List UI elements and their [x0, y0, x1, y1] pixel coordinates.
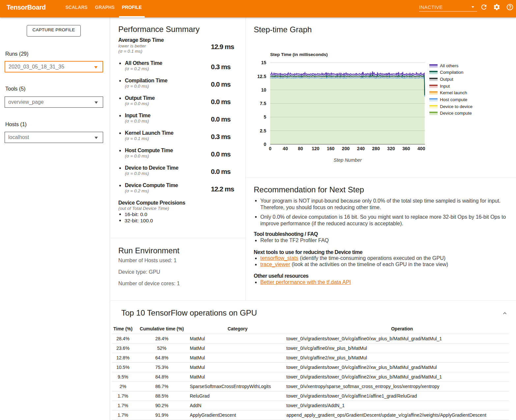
svg-text:15: 15	[261, 60, 266, 65]
svg-text:120: 120	[312, 146, 320, 151]
svg-text:7.5: 7.5	[260, 101, 267, 106]
svg-text:200: 200	[342, 146, 350, 151]
svg-text:5: 5	[264, 114, 266, 120]
svg-text:80: 80	[298, 146, 303, 151]
svg-text:0: 0	[269, 146, 272, 151]
svg-text:0: 0	[264, 142, 266, 147]
svg-text:280: 280	[372, 146, 380, 151]
svg-text:40: 40	[283, 146, 288, 151]
svg-text:10: 10	[261, 87, 266, 93]
svg-text:160: 160	[327, 146, 335, 151]
svg-text:240: 240	[357, 146, 365, 151]
svg-text:Step Number: Step Number	[333, 157, 362, 163]
svg-text:2.5: 2.5	[260, 128, 267, 133]
svg-text:12.5: 12.5	[257, 74, 266, 79]
svg-text:Step Time (in milliseconds): Step Time (in milliseconds)	[270, 52, 328, 57]
svg-text:320: 320	[387, 146, 395, 151]
svg-text:360: 360	[402, 146, 410, 151]
svg-text:400: 400	[417, 146, 425, 151]
